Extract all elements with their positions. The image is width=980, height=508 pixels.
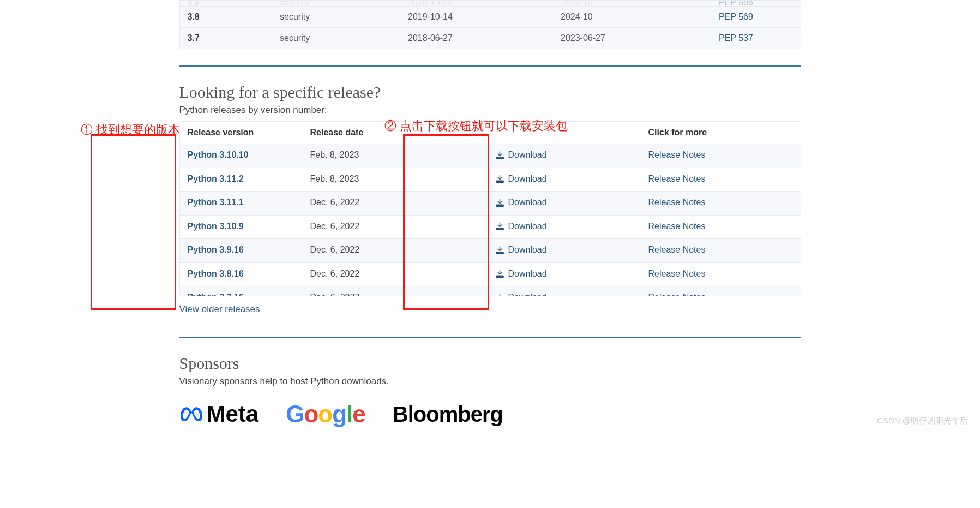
pep-link[interactable]: PEP 569 [719, 12, 753, 21]
bloomberg-label: Bloomberg [393, 402, 503, 426]
status-status: security [272, 1, 400, 7]
release-row: Python 3.10.10Feb. 8, 2023DownloadReleas… [180, 144, 801, 168]
download-label: Download [508, 174, 547, 184]
releases-scroll[interactable]: Python 3.10.10Feb. 8, 2023DownloadReleas… [180, 144, 801, 296]
status-status: security [272, 7, 400, 28]
sponsors-heading: Sponsors [179, 354, 801, 373]
status-row: 3.8security2019-10-142024-10PEP 569 [179, 7, 801, 28]
logo-google[interactable]: Google [286, 401, 365, 428]
release-version-link[interactable]: Python 3.11.2 [188, 174, 244, 183]
download-label: Download [508, 150, 547, 160]
status-first-release: 2020-10-05 [400, 1, 553, 7]
release-date: Dec. 6, 2022 [303, 216, 488, 239]
meta-icon [179, 406, 203, 422]
download-link[interactable]: Download [496, 222, 547, 231]
download-icon [496, 199, 504, 207]
sponsors-text: Visionary sponsors help to host Python d… [179, 376, 801, 387]
download-label: Download [508, 269, 547, 279]
status-row: 3.7security2018-06-272023-06-27PEP 537 [179, 28, 801, 49]
release-date: Feb. 8, 2023 [303, 168, 488, 192]
status-row: 3.9security2020-10-052025-10PEP 596 [179, 1, 801, 7]
release-row: Python 3.11.2Feb. 8, 2023DownloadRelease… [180, 168, 801, 192]
release-row: Python 3.10.9Dec. 6, 2022DownloadRelease… [180, 216, 801, 240]
download-icon [496, 222, 504, 230]
release-version-link[interactable]: Python 3.10.9 [188, 222, 244, 231]
looking-subtitle: Python releases by version number: [179, 105, 801, 116]
release-row: Python 3.8.16Dec. 6, 2022DownloadRelease… [180, 263, 801, 287]
download-label: Download [508, 245, 547, 255]
download-link[interactable]: Download [496, 174, 547, 184]
release-date: Dec. 6, 2022 [303, 192, 488, 215]
status-first-release: 2019-10-14 [400, 7, 553, 28]
pep-link[interactable]: PEP 537 [719, 33, 753, 43]
download-icon [496, 270, 504, 278]
release-version-link[interactable]: Python 3.8.16 [188, 269, 244, 278]
download-link[interactable]: Download [496, 245, 547, 255]
releases-header: Release version Release date Click for m… [180, 121, 801, 144]
meta-label: Meta [207, 401, 259, 427]
download-link[interactable]: Download [496, 269, 547, 279]
release-notes-link[interactable]: Release Notes [648, 245, 706, 254]
section-divider [179, 65, 801, 67]
highlight-box-version [91, 134, 176, 310]
pep-link[interactable]: PEP 596 [719, 1, 753, 7]
release-notes-link[interactable]: Release Notes [648, 198, 706, 207]
download-icon [496, 175, 504, 183]
download-icon [496, 246, 504, 254]
section-divider-2 [179, 337, 801, 338]
status-eol: 2025-10 [553, 1, 711, 7]
release-version-link[interactable]: Python 3.10.10 [188, 150, 249, 159]
release-version-link[interactable]: Python 3.9.16 [188, 245, 244, 254]
sponsor-logos: Meta Google Bloomberg [179, 398, 801, 431]
status-version: 3.9 [179, 1, 272, 7]
logo-bloomberg[interactable]: Bloomberg [393, 402, 503, 427]
release-notes-link[interactable]: Release Notes [648, 150, 706, 159]
status-first-release: 2018-06-27 [400, 28, 553, 49]
view-older-releases-link[interactable]: View older releases [179, 304, 260, 315]
release-notes-link[interactable]: Release Notes [648, 292, 706, 296]
download-icon [496, 294, 504, 296]
download-link[interactable]: Download [496, 198, 547, 207]
release-date: Dec. 6, 2022 [303, 263, 488, 286]
logo-meta[interactable]: Meta [179, 401, 259, 427]
release-version-link[interactable]: Python 3.7.16 [188, 292, 244, 296]
download-label: Download [508, 292, 547, 296]
release-notes-link[interactable]: Release Notes [648, 222, 706, 231]
status-version: 3.8 [179, 7, 272, 28]
download-icon [496, 151, 504, 159]
release-date: Feb. 8, 2023 [303, 144, 488, 168]
releases-list: Release version Release date Click for m… [179, 121, 801, 296]
download-label: Download [508, 222, 547, 231]
download-label: Download [508, 198, 547, 207]
status-version: 3.7 [179, 28, 272, 49]
release-row: Python 3.11.1Dec. 6, 2022DownloadRelease… [180, 192, 801, 216]
watermark: CSDN @明仔的阳光午后 [877, 416, 968, 426]
status-eol: 2024-10 [553, 7, 711, 28]
annotation-1: ① 找到想要的版本 [81, 122, 180, 138]
status-eol: 2023-06-27 [553, 28, 711, 49]
release-row: Python 3.9.16Dec. 6, 2022DownloadRelease… [180, 239, 801, 263]
looking-heading: Looking for a specific release? [179, 83, 801, 101]
download-link[interactable]: Download [496, 150, 547, 160]
release-version-link[interactable]: Python 3.11.1 [188, 198, 244, 207]
release-status-table: 3.9security2020-10-052025-10PEP 5963.8se… [179, 0, 801, 49]
release-notes-link[interactable]: Release Notes [648, 174, 706, 183]
download-link[interactable]: Download [496, 292, 547, 296]
release-date: Dec. 6, 2022 [303, 239, 488, 262]
col-header-version: Release version [180, 122, 303, 144]
release-notes-link[interactable]: Release Notes [648, 269, 706, 278]
status-status: security [272, 28, 400, 49]
release-date: Dec. 6, 2022 [303, 286, 488, 296]
col-header-date: Release date [303, 122, 488, 144]
col-header-more: Click for more [641, 122, 801, 144]
col-header-download [488, 122, 641, 144]
release-row: Python 3.7.16Dec. 6, 2022DownloadRelease… [180, 286, 801, 296]
